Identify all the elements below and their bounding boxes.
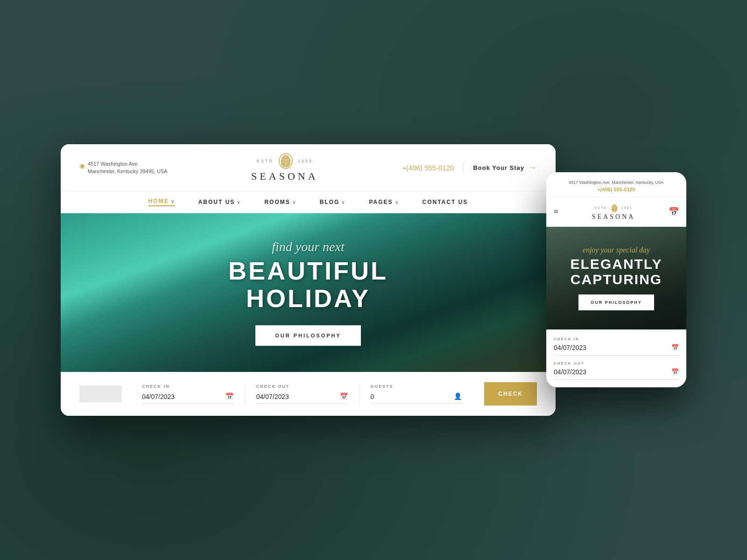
mobile-check-in-row[interactable]: 04/07/2023 📅: [554, 344, 679, 356]
nav-label-pages: PAGES: [369, 199, 393, 205]
logo-leaf-icon: [277, 153, 294, 169]
mobile-phone[interactable]: +(406) 555-0120: [554, 187, 679, 192]
check-in-calendar-icon: 📅: [226, 392, 233, 400]
book-stay-button[interactable]: Book Your Stay →: [473, 163, 537, 173]
hamburger-icon[interactable]: ≡: [554, 207, 558, 217]
mobile-check-in-calendar-icon: 📅: [671, 344, 679, 351]
phone-number[interactable]: +(406) 555-0120: [402, 164, 454, 172]
guests-value: 0: [371, 393, 374, 400]
nav-label-about: ABOUT US: [198, 199, 235, 205]
booking-bar: CHECK IN 04/07/2023 📅 CHECK OUT 04/07/20…: [61, 372, 556, 416]
mobile-logo-estd-label: ESTD: [595, 206, 607, 210]
mobile-check-out-value: 04/07/2023: [554, 368, 586, 376]
logo-name: SEASONA: [251, 170, 318, 182]
mobile-check-in-value: 04/07/2023: [554, 344, 586, 351]
desktop-mockup: ◉ 4517 Washington Ave. Manchester, Kentu…: [61, 144, 556, 416]
hero-script-text: find your next: [272, 239, 345, 254]
mobile-logo-name: SEASONA: [592, 213, 635, 221]
logo-estd-label: ESTD: [257, 159, 274, 163]
header-right: +(406) 555-0120 Book Your Stay →: [402, 162, 537, 173]
chevron-down-icon-rooms: ∨: [292, 200, 296, 205]
logo-year: 1983: [298, 159, 313, 163]
desktop-header: ◉ 4517 Washington Ave. Manchester, Kentu…: [61, 144, 556, 191]
scene-container: ◉ 4517 Washington Ave. Manchester, Kentu…: [47, 144, 700, 416]
mobile-hero-content: enjoy your special day ELEGANTLY CAPTURI…: [546, 227, 686, 329]
nav-item-blog[interactable]: BLOG ∨: [320, 199, 346, 205]
guests-label: GUESTS: [371, 384, 462, 389]
mobile-check-out-row[interactable]: 04/07/2023 📅: [554, 368, 679, 380]
mobile-mockup: 4517 Washington Ave. Manchester, Kentuck…: [546, 172, 686, 387]
hero-title-line1: BEAUTIFUL: [228, 257, 388, 285]
check-in-label: CHECK IN: [142, 384, 233, 389]
chevron-down-icon-blog: ∨: [341, 200, 345, 205]
mobile-logo-estd-row: ESTD 1983: [592, 203, 635, 213]
nav-item-about[interactable]: ABOUT US ∨: [198, 199, 241, 205]
chevron-down-icon-pages: ∨: [395, 200, 399, 205]
check-out-calendar-icon: 📅: [340, 392, 348, 400]
check-out-value: 04/07/2023: [256, 393, 289, 400]
guests-icon: 👤: [454, 392, 462, 400]
chevron-down-icon-about: ∨: [237, 200, 241, 205]
nav-label-blog: BLOG: [320, 199, 340, 205]
nav-item-pages[interactable]: PAGES ∨: [369, 199, 399, 205]
check-out-value-row: 04/07/2023 📅: [256, 392, 348, 404]
chevron-down-icon-home: ∨: [171, 199, 175, 204]
desktop-navigation: HOME ∨ ABOUT US ∨ ROOMS ∨ BLOG ∨ PAGES ∨…: [61, 191, 556, 213]
mobile-hero: enjoy your special day ELEGANTLY CAPTURI…: [546, 227, 686, 329]
arrow-right-icon: →: [528, 163, 537, 173]
address-line1: 4517 Washington Ave.: [88, 160, 168, 168]
our-philosophy-button[interactable]: OUR PHILOSOPHY: [255, 325, 361, 346]
mobile-logo-leaf-icon: [609, 203, 620, 213]
nav-label-contact: CONTACT US: [423, 199, 468, 205]
check-in-field[interactable]: CHECK IN 04/07/2023 📅: [131, 384, 245, 404]
mobile-calendar-icon[interactable]: 📅: [669, 207, 679, 217]
check-out-label: CHECK OUT: [256, 384, 348, 389]
desktop-hero: find your next BEAUTIFUL HOLIDAY OUR PHI…: [61, 213, 556, 372]
check-in-value: 04/07/2023: [142, 393, 175, 400]
location-icon: ◉: [79, 161, 85, 171]
hero-title-line2: HOLIDAY: [228, 285, 388, 312]
mobile-address: 4517 Washington Ave. Manchester, Kentuck…: [554, 180, 679, 186]
check-out-field[interactable]: CHECK OUT 04/07/2023 📅: [245, 384, 359, 404]
book-stay-label: Book Your Stay: [473, 164, 524, 171]
nav-item-rooms[interactable]: ROOMS ∨: [264, 199, 296, 205]
nav-item-contact[interactable]: CONTACT US: [423, 199, 468, 205]
mobile-check-out-calendar-icon: 📅: [671, 368, 679, 376]
guests-value-row: 0 👤: [371, 392, 462, 404]
mobile-our-philosophy-button[interactable]: OUR PHILOSOPHY: [578, 294, 654, 310]
mobile-hero-title-line2: CAPTURING: [571, 272, 662, 287]
nav-label-rooms: ROOMS: [264, 199, 290, 205]
desktop-logo: ESTD 1983 SEASONA: [251, 153, 318, 182]
nav-item-home[interactable]: HOME ∨: [148, 198, 175, 206]
mobile-nav-bar: ≡ ESTD 1983 SEASONA 📅: [546, 197, 686, 227]
mobile-logo-year: 1983: [621, 206, 633, 210]
hero-title: BEAUTIFUL HOLIDAY: [228, 257, 388, 313]
nav-label-home: HOME: [148, 198, 169, 204]
guests-field[interactable]: GUESTS 0 👤: [359, 384, 473, 404]
mobile-check-out-label: CHECK OUT: [554, 361, 679, 365]
mobile-hero-title-line1: ELEGANTLY: [571, 256, 662, 272]
mobile-info-bar: 4517 Washington Ave. Manchester, Kentuck…: [546, 172, 686, 197]
address-line2: Manchester, Kentucky 39495, USA: [88, 168, 168, 175]
logo-estd-row: ESTD 1983: [251, 153, 318, 169]
check-in-value-row: 04/07/2023 📅: [142, 392, 233, 404]
mobile-check-in-label: CHECK IN: [554, 337, 679, 341]
mobile-logo: ESTD 1983 SEASONA: [592, 203, 635, 221]
check-button[interactable]: CHECK: [484, 382, 537, 406]
vertical-divider: [463, 162, 464, 173]
mobile-hero-script: enjoy your special day: [583, 246, 650, 254]
header-address-block: ◉ 4517 Washington Ave. Manchester, Kentu…: [79, 160, 168, 175]
mobile-booking: CHECK IN 04/07/2023 📅 CHECK OUT 04/07/20…: [546, 329, 686, 387]
hero-content: find your next BEAUTIFUL HOLIDAY OUR PHI…: [61, 213, 556, 372]
booking-tab: [79, 385, 121, 402]
mobile-hero-title: ELEGANTLY CAPTURING: [571, 256, 662, 287]
